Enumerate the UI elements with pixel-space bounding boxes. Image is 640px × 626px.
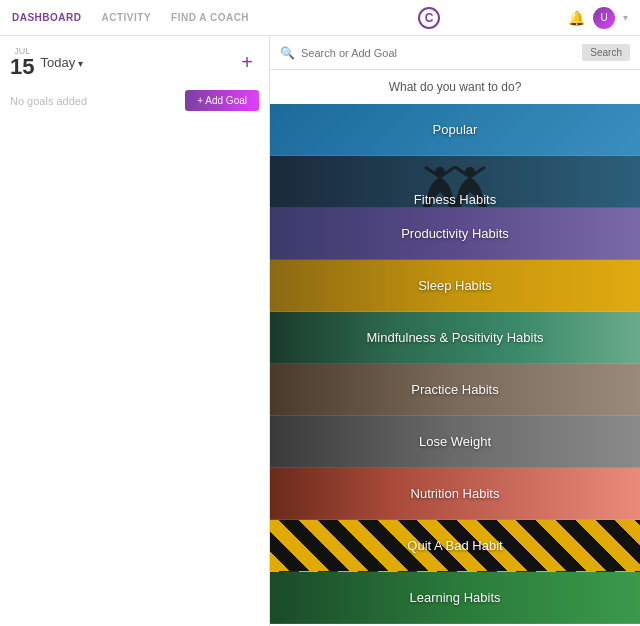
category-practice-label: Practice Habits	[411, 382, 498, 397]
bell-icon[interactable]: 🔔	[568, 10, 585, 26]
date-row: JUL 15 Today +	[10, 46, 259, 78]
today-dropdown[interactable]: Today	[40, 55, 82, 70]
section-title: What do you want to do?	[270, 70, 640, 104]
category-mindfulness-label: Mindfulness & Positivity Habits	[366, 330, 543, 345]
category-fitness-label: Fitness Habits	[414, 192, 496, 207]
nav-right: 🔔 U ▾	[568, 7, 628, 29]
category-learning-label: Learning Habits	[409, 590, 500, 605]
category-practice[interactable]: Practice Habits	[270, 364, 640, 416]
nav-activity[interactable]: ACTIVITY	[102, 12, 152, 23]
category-productivity[interactable]: Productivity Habits	[270, 208, 640, 260]
category-list: Popular Fitness Habits	[270, 104, 640, 624]
category-learning[interactable]: Learning Habits	[270, 572, 640, 624]
category-mindfulness[interactable]: Mindfulness & Positivity Habits	[270, 312, 640, 364]
category-quit[interactable]: Quit A Bad Habit	[270, 520, 640, 572]
search-icon: 🔍	[280, 46, 295, 60]
category-sleep-label: Sleep Habits	[418, 278, 492, 293]
day-number-box: JUL 15	[10, 46, 34, 78]
right-panel: 🔍 Search What do you want to do? Popular	[270, 36, 640, 626]
search-input[interactable]	[301, 47, 576, 59]
category-nutrition-label: Nutrition Habits	[411, 486, 500, 501]
left-panel: JUL 15 Today + No goals added + Add Goal	[0, 36, 270, 626]
day-number: 15	[10, 56, 34, 78]
add-goal-button[interactable]: + Add Goal	[185, 90, 259, 111]
main-layout: JUL 15 Today + No goals added + Add Goal…	[0, 36, 640, 626]
category-nutrition[interactable]: Nutrition Habits	[270, 468, 640, 520]
nav-center: C	[290, 7, 568, 29]
category-quit-label: Quit A Bad Habit	[407, 538, 502, 553]
category-sleep[interactable]: Sleep Habits	[270, 260, 640, 312]
no-goals-text: No goals added	[10, 95, 87, 107]
category-fitness[interactable]: Fitness Habits	[270, 156, 640, 208]
navbar: DASHBOARD ACTIVITY FIND A COACH C 🔔 U ▾	[0, 0, 640, 36]
search-bar: 🔍 Search	[270, 36, 640, 70]
chevron-icon[interactable]: ▾	[623, 12, 628, 23]
nav-dashboard[interactable]: DASHBOARD	[12, 12, 82, 23]
avatar[interactable]: U	[593, 7, 615, 29]
category-lose-weight[interactable]: Lose Weight	[270, 416, 640, 468]
category-popular[interactable]: Popular	[270, 104, 640, 156]
add-date-button[interactable]: +	[235, 50, 259, 74]
search-button[interactable]: Search	[582, 44, 630, 61]
date-info: JUL 15 Today	[10, 46, 83, 78]
nav-logo: C	[418, 7, 440, 29]
category-lose-weight-label: Lose Weight	[419, 434, 491, 449]
category-productivity-label: Productivity Habits	[401, 226, 509, 241]
category-popular-label: Popular	[433, 122, 478, 137]
nav-links: DASHBOARD ACTIVITY FIND A COACH	[12, 12, 290, 23]
nav-find-a-coach[interactable]: FIND A COACH	[171, 12, 249, 23]
